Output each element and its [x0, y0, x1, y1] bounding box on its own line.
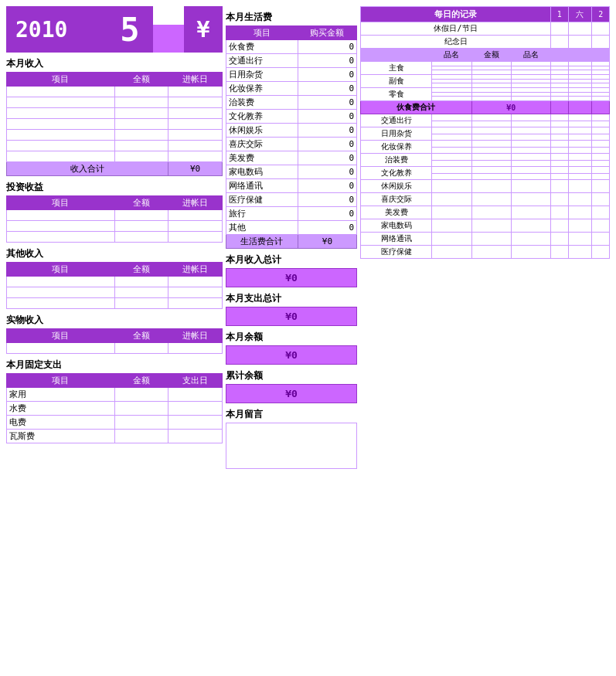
income-col-amount: 全额 [114, 73, 168, 87]
monthly-income-section: 本月收入 项目 全额 进帐日 收入合计 ¥0 [6, 57, 223, 176]
category-electronics: 家电数码 [361, 219, 432, 233]
fixed-expenses-section: 本月固定支出 项目 金额 支出日 家用 水费 电费 瓦斯费 [6, 358, 223, 443]
invest-col-date: 进帐日 [168, 196, 223, 210]
col-header-name2: 品名 [511, 49, 550, 62]
cumulative-balance-value: ¥0 [226, 384, 357, 403]
monthly-note-area[interactable] [226, 423, 357, 469]
anniversary-label[interactable]: 纪念日 [361, 36, 551, 49]
invest-col-item: 项目 [7, 196, 115, 210]
food-total-value: ¥0 [471, 101, 551, 114]
living-expenses-section: 本月生活费 项目 购买金额 伙食费0 交通出行0 日用杂货0 化妆保养0 治装费… [226, 11, 357, 249]
category-cosmetics: 化妆保养 [361, 141, 432, 154]
yen-symbol: ¥ [184, 6, 223, 53]
monthly-balance-title: 本月余额 [226, 331, 357, 344]
cumulative-balance-title: 累计余额 [226, 369, 357, 382]
category-daily-goods: 日用杂货 [361, 127, 432, 141]
physical-income-title: 实物收入 [6, 314, 223, 327]
other-income-title: 其他收入 [6, 247, 223, 260]
total-income-title: 本月收入总计 [226, 253, 357, 267]
living-total-value: ¥0 [298, 235, 356, 249]
income-col-date: 进帐日 [168, 73, 223, 87]
daily-record-title: 每日的记录 [361, 7, 551, 22]
other-income-section: 其他收入 项目 全额 进帐日 [6, 247, 223, 309]
physical-income-section: 实物收入 项目 全额 进帐日 [6, 314, 223, 354]
living-total-label: 生活费合计 [226, 235, 298, 249]
total-income-value: ¥0 [226, 268, 357, 287]
category-transport: 交通出行 [361, 114, 432, 127]
monthly-balance-section: 本月余额 ¥0 [226, 331, 357, 365]
cumulative-balance-section: 累计余额 ¥0 [226, 369, 357, 403]
holiday-label[interactable]: 休假日/节日 [361, 22, 551, 36]
category-network: 网络通讯 [361, 233, 432, 246]
fixed-expenses-title: 本月固定支出 [6, 358, 223, 372]
category-medical: 医疗保健 [361, 246, 432, 259]
category-side-food: 副食 [361, 75, 432, 88]
month-display: 5 [107, 6, 153, 53]
food-total-label: 伙食费合计 [361, 101, 472, 114]
phys-col-amount: 全额 [114, 329, 168, 343]
col-header-amount: 金额 [471, 49, 511, 62]
total-expense-title: 本月支出总计 [226, 292, 357, 305]
living-col-amount: 购买金额 [298, 26, 356, 40]
living-col-item: 项目 [226, 26, 298, 40]
investment-title: 投资收益 [6, 181, 223, 194]
monthly-balance-value: ¥0 [226, 345, 357, 365]
day-col-1: 1 [551, 7, 569, 22]
fixed-col-date: 支出日 [168, 374, 223, 388]
category-culture: 文化教养 [361, 167, 432, 180]
category-clothing: 治装费 [361, 154, 432, 167]
monthly-note-section: 本月留言 [226, 408, 357, 469]
day-col-3: 2 [592, 7, 610, 22]
investment-income-section: 投资收益 项目 全额 进帐日 [6, 181, 223, 243]
income-col-item: 项目 [7, 73, 115, 87]
monthly-income-title: 本月收入 [6, 57, 223, 70]
income-total-value: ¥0 [168, 162, 223, 176]
other-col-amount: 全额 [114, 263, 168, 277]
other-col-date: 进帐日 [168, 263, 223, 277]
invest-col-amount: 全额 [114, 196, 168, 210]
category-celebration: 喜庆交际 [361, 193, 432, 206]
total-income-section: 本月收入总计 ¥0 [226, 253, 357, 287]
category-haircut: 美发费 [361, 206, 432, 219]
phys-col-date: 进帐日 [168, 329, 223, 343]
living-expenses-title: 本月生活费 [226, 11, 357, 24]
category-leisure: 休闲娱乐 [361, 180, 432, 193]
col-header-name1: 品名 [432, 49, 471, 62]
fixed-col-item: 项目 [7, 374, 115, 388]
category-snack: 零食 [361, 88, 432, 101]
category-main-food: 主食 [361, 62, 432, 75]
year-display: 2010 [6, 6, 107, 53]
total-expense-value: ¥0 [226, 307, 357, 326]
fixed-col-amount: 金额 [114, 374, 168, 388]
monthly-note-title: 本月留言 [226, 408, 357, 421]
day-col-2: 六 [568, 7, 592, 22]
other-col-item: 项目 [7, 263, 115, 277]
phys-col-item: 项目 [7, 329, 115, 343]
total-expense-section: 本月支出总计 ¥0 [226, 292, 357, 326]
income-total-label: 收入合计 [7, 162, 168, 176]
